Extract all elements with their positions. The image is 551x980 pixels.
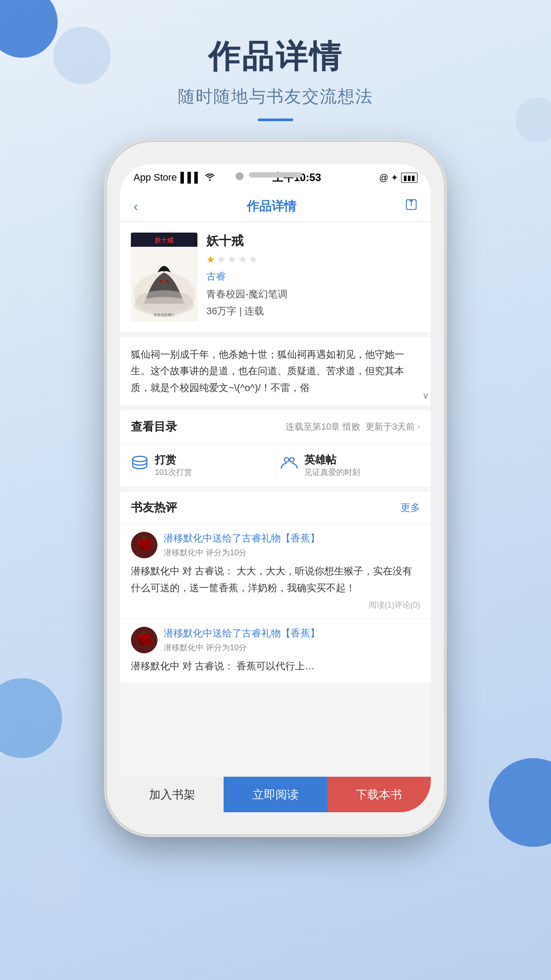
page-title: 作品详情: [0, 36, 551, 78]
read-now-button[interactable]: 立即阅读: [224, 777, 327, 812]
svg-point-25: [138, 634, 142, 639]
svg-point-24: [144, 638, 151, 645]
svg-point-8: [166, 280, 169, 283]
phone-mockup: App Store ▌▌▌ 上午10:53 @ ✦ ▮▮▮ ‹: [107, 142, 444, 874]
review-2-body: 潜移默化中 对 古睿说： 香蕉可以代行上…: [131, 658, 420, 674]
hero-post-icon: [280, 455, 298, 475]
svg-point-17: [144, 543, 151, 550]
review-1-title: 潜移默化中送给了古睿礼物【香蕉】: [164, 532, 420, 545]
review-1-header: 潜移默化中送给了古睿礼物【香蕉】 潜移默化中 评分为10分: [131, 532, 420, 558]
phone-body: App Store ▌▌▌ 上午10:53 @ ✦ ▮▮▮ ‹: [107, 142, 444, 834]
expand-icon[interactable]: ∨: [413, 387, 431, 405]
header-divider: [258, 119, 293, 121]
review-item[interactable]: 潜移默化中送给了古睿礼物【香蕉】 潜移默化中 评分为10分 潜移默化中 对 古睿…: [120, 618, 431, 682]
share-button[interactable]: [405, 198, 417, 214]
review-1-body: 潜移默化中 对 古睿说： 大大，大大，听说你想生猴子，实在没有什么可送的，送一筐…: [131, 563, 420, 596]
hero-post-label: 英雄帖: [304, 453, 360, 467]
star-5: ★: [249, 254, 258, 265]
star-2: ★: [217, 254, 226, 265]
svg-point-18: [138, 539, 142, 544]
reward-text: 打赏 101次打赏: [155, 453, 192, 478]
book-meta: 妖十戒 ★ ★ ★ ★ ★ 古睿 青春校园-魔幻笔调 36万字 |: [206, 233, 420, 321]
navigation-bar: ‹ 作品详情: [120, 191, 431, 222]
book-stats: 36万字 | 连载: [206, 304, 420, 318]
battery-icon: ▮▮▮: [401, 173, 417, 183]
star-1: ★: [206, 254, 215, 265]
back-button[interactable]: ‹: [134, 199, 138, 214]
review-1-meta: 潜移默化中 评分为10分: [164, 547, 420, 558]
comment-count: 0: [413, 601, 417, 609]
phone-screen: App Store ▌▌▌ 上午10:53 @ ✦ ▮▮▮ ‹: [120, 164, 431, 812]
front-camera: [236, 172, 244, 180]
actions-row: 打赏 101次打赏: [120, 444, 431, 486]
review-2-meta: 潜移默化中 评分为10分: [164, 642, 420, 653]
star-3: ★: [228, 254, 236, 265]
svg-text:青春校园魔幻: 青春校园魔幻: [153, 313, 175, 317]
catalog-info: 连载至第10章 惜败 更新于3天前 ›: [286, 421, 420, 433]
reward-action[interactable]: 打赏 101次打赏: [131, 453, 271, 478]
svg-text:妖十戒: 妖十戒: [154, 237, 174, 244]
svg-point-26: [146, 634, 151, 639]
review-2-title-area: 潜移默化中送给了古睿礼物【香蕉】 潜移默化中 评分为10分: [164, 627, 420, 653]
bg-decoration-4: [489, 758, 551, 847]
catalog-label: 查看目录: [131, 419, 177, 435]
bg-decoration-6: [22, 851, 84, 913]
speaker-grille: [249, 172, 302, 178]
signal-icon: ▌▌▌: [181, 172, 201, 183]
chevron-right-icon: ›: [417, 422, 420, 431]
back-app-label: App Store: [134, 172, 177, 183]
book-info-section: 妖十戒: [120, 222, 431, 332]
read-count: 1: [387, 601, 392, 609]
book-cover: 妖十戒: [131, 233, 197, 321]
svg-point-12: [290, 458, 294, 462]
svg-point-10: [133, 456, 147, 462]
current-chapter: 连载至第10章 惜败: [286, 421, 360, 433]
review-1-avatar: [131, 532, 157, 558]
hero-post-action[interactable]: 英雄帖 见证真爱的时刻: [280, 453, 421, 478]
description-text: 狐仙祠一别成千年，他杀她十世；狐仙祠再遇如初见，他守她一生。这个故事讲的是道，也…: [131, 349, 404, 393]
read-count-label: 阅读(: [369, 601, 387, 609]
action-divider: [276, 453, 276, 478]
book-author[interactable]: 古睿: [206, 270, 420, 283]
book-cover-image: 妖十戒: [131, 233, 197, 321]
updated-time: 更新于3天前: [366, 421, 415, 433]
page-subtitle: 随时随地与书友交流想法: [0, 85, 551, 108]
star-rating: ★ ★ ★ ★ ★: [206, 254, 420, 265]
reviews-header: 书友热评 更多: [120, 492, 431, 523]
svg-point-11: [284, 458, 289, 462]
book-title: 妖十戒: [206, 233, 420, 249]
review-1-footer: 阅读(1)评论(0): [131, 600, 420, 610]
download-button[interactable]: 下载本书: [327, 777, 431, 812]
page-header: 作品详情 随时随地与书友交流想法: [0, 36, 551, 121]
review-2-title: 潜移默化中送给了古睿礼物【香蕉】: [164, 627, 420, 640]
hero-post-desc: 见证真爱的时刻: [304, 467, 360, 478]
nav-title: 作品详情: [247, 198, 296, 215]
review-item[interactable]: 潜移默化中送给了古睿礼物【香蕉】 潜移默化中 评分为10分 潜移默化中 对 古睿…: [120, 523, 431, 618]
reviews-title: 书友热评: [131, 500, 177, 515]
location-icon: @: [379, 173, 388, 183]
bg-decoration-5: [0, 678, 62, 758]
review-2-header: 潜移默化中送给了古睿礼物【香蕉】 潜移默化中 评分为10分: [131, 627, 420, 653]
review-1-title-area: 潜移默化中送给了古睿礼物【香蕉】 潜移默化中 评分为10分: [164, 532, 420, 558]
reward-count: 101次打赏: [155, 467, 192, 478]
svg-point-7: [160, 280, 162, 283]
content-area: 妖十戒: [120, 222, 431, 777]
wifi-icon: [205, 172, 215, 183]
description-section: 狐仙祠一别成千年，他杀她十世；狐仙祠再遇如初见，他守她一生。这个故事讲的是道，也…: [120, 337, 431, 405]
bottom-action-bar: 加入书架 立即阅读 下载本书: [120, 777, 431, 812]
reward-icon: [131, 455, 149, 475]
reviews-more-link[interactable]: 更多: [401, 501, 420, 514]
book-genre: 青春校园-魔幻笔调: [206, 288, 420, 301]
review-2-avatar: [131, 627, 157, 653]
status-left: App Store ▌▌▌: [134, 172, 215, 183]
svg-point-19: [146, 539, 151, 544]
hero-post-text: 英雄帖 见证真爱的时刻: [304, 453, 360, 478]
star-4: ★: [238, 254, 247, 265]
status-right: @ ✦ ▮▮▮: [379, 172, 417, 183]
reviews-section: 书友热评 更多: [120, 492, 431, 682]
svg-point-6: [134, 297, 194, 315]
add-to-bookshelf-button[interactable]: 加入书架: [120, 777, 224, 812]
status-bar: App Store ▌▌▌ 上午10:53 @ ✦ ▮▮▮: [120, 164, 431, 191]
catalog-section[interactable]: 查看目录 连载至第10章 惜败 更新于3天前 ›: [120, 410, 431, 444]
bluetooth-icon: ✦: [391, 172, 398, 183]
